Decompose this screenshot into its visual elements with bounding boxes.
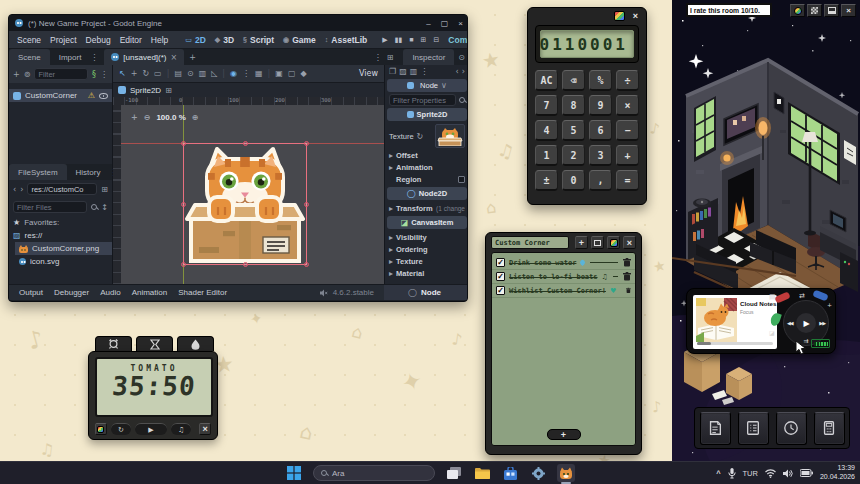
scale-tool-icon[interactable]: ▭	[154, 69, 162, 78]
workspace-3d[interactable]: ◆3D	[215, 35, 234, 45]
calc-btn-0[interactable]: 0	[562, 170, 585, 191]
close-icon[interactable]: ×	[630, 11, 641, 21]
todo-item[interactable]: ✓ Drink some water	[492, 256, 635, 270]
calc-btn-6[interactable]: 6	[589, 120, 612, 141]
scene-tree-node-customcorner[interactable]: CustomCorner ⚠	[9, 89, 112, 102]
calc-btn-multiply[interactable]: ×	[616, 95, 639, 116]
view-menu[interactable]: View	[359, 69, 378, 78]
file-explorer-button[interactable]	[473, 464, 491, 482]
instance-scene-icon[interactable]: ⊚	[24, 70, 31, 79]
tomato-tab[interactable]	[177, 336, 214, 351]
calc-btn-8[interactable]: 8	[562, 95, 585, 116]
visibility-eye-icon[interactable]	[99, 93, 108, 99]
selection-handle[interactable]	[304, 141, 309, 146]
ruler-tool-icon[interactable]: ◺	[211, 69, 217, 78]
clock-app-button[interactable]	[776, 412, 807, 445]
theme-icon[interactable]	[95, 423, 107, 435]
selection-handle[interactable]	[304, 202, 309, 207]
fs-path-input[interactable]	[27, 183, 97, 195]
godot-2d-viewport[interactable]: + ⊖ 100.0 % ⊕	[121, 105, 384, 284]
window-mode-icon[interactable]	[591, 236, 604, 249]
godot-titlebar[interactable]: (*) New Game Project - Godot Engine – ▢ …	[9, 15, 468, 31]
calc-btn-backspace[interactable]: ⌫	[562, 70, 585, 91]
pause-icon[interactable]: ▮▮	[395, 36, 403, 44]
play-icon[interactable]: ▶	[796, 313, 816, 333]
calc-btn-plus[interactable]: +	[616, 145, 639, 166]
add-item-icon[interactable]: +	[575, 236, 588, 249]
node-dock-tab[interactable]: ◯ NodeNode	[384, 284, 468, 300]
tab-import[interactable]: Import	[50, 49, 91, 65]
customcorner-app-button[interactable]	[557, 464, 575, 482]
tray-language[interactable]: TUR	[743, 469, 758, 478]
checkbox-checked[interactable]: ✓	[496, 286, 505, 295]
history-fwd-icon[interactable]: ›	[462, 67, 465, 76]
bottom-tab-shader[interactable]: Shader Editor	[178, 288, 227, 297]
calc-btn-plusminus[interactable]: ±	[535, 170, 558, 191]
close-icon[interactable]: ×	[623, 236, 636, 249]
chip-expand-icon[interactable]: ⊞	[165, 86, 172, 95]
battery-icon[interactable]	[800, 469, 813, 477]
blue-pill-icon[interactable]	[812, 289, 829, 301]
workspace-script[interactable]: §Script	[243, 35, 274, 45]
store-button[interactable]	[501, 464, 519, 482]
calc-btn-divide[interactable]: ÷	[616, 70, 639, 91]
theme-icon[interactable]	[607, 236, 620, 249]
settings-button[interactable]	[529, 464, 547, 482]
selection-handle[interactable]	[243, 262, 248, 267]
calc-btn-ac[interactable]: AC	[535, 70, 558, 91]
calc-btn-3[interactable]: 3	[589, 145, 612, 166]
todo-item[interactable]: ✓ Wishlist Custom Corner! ♥	[492, 284, 635, 298]
move-tool-icon[interactable]: +	[131, 69, 138, 78]
menu-help[interactable]: Help	[151, 35, 168, 45]
todo-app-button[interactable]	[738, 412, 769, 445]
resource-icon[interactable]: ❐	[389, 67, 396, 76]
property-visibility[interactable]: ▸Visibility	[385, 231, 468, 243]
bottom-tab-audio[interactable]: Audio	[100, 288, 120, 297]
fs-sort-icon[interactable]: ↕	[101, 203, 108, 212]
alarm-tab[interactable]	[95, 336, 132, 351]
inspector-history-icon[interactable]: ⊙	[458, 53, 465, 62]
notes-app-button[interactable]	[700, 412, 731, 445]
attach-script-icon[interactable]: §	[92, 70, 96, 79]
calc-btn-percent[interactable]: %	[589, 70, 612, 91]
property-transform[interactable]: ▸ Transform (1 change	[385, 202, 468, 214]
add-node-icon[interactable]: +	[13, 70, 20, 79]
todo-title-input[interactable]	[491, 236, 569, 249]
revert-icon[interactable]: ↻	[417, 132, 424, 141]
stop-icon[interactable]: ■	[409, 36, 413, 43]
selection-box[interactable]	[183, 143, 307, 265]
nav-back-icon[interactable]: ‹	[13, 185, 16, 194]
snap-toggle-icon[interactable]: ◉	[230, 69, 237, 78]
renderer-selector[interactable]: Compatibility	[448, 35, 468, 45]
nav-forward-icon[interactable]: ›	[20, 185, 23, 194]
calculator-titlebar[interactable]: ×	[528, 8, 646, 23]
bottom-tab-debugger[interactable]: Debugger	[54, 288, 89, 297]
add-todo-button[interactable]: +	[547, 429, 581, 440]
property-offset[interactable]: ▸Offset	[385, 149, 468, 161]
trash-icon[interactable]	[623, 272, 631, 281]
todo-item[interactable]: ✓ Listen to lo-fi beats ♫	[492, 270, 635, 284]
tray-chevron-icon[interactable]: ^	[716, 469, 720, 478]
load-icon[interactable]: ▨	[399, 67, 407, 76]
save-icon[interactable]: ▥	[410, 67, 418, 76]
calculator-app-button[interactable]	[814, 412, 845, 445]
fs-filter-input[interactable]	[13, 201, 87, 213]
red-pill-icon[interactable]	[774, 291, 791, 303]
microphone-icon[interactable]	[728, 468, 736, 479]
close-scene-icon[interactable]: ×	[171, 53, 178, 62]
play-icon[interactable]: ▶	[382, 36, 387, 44]
next-icon[interactable]: ▶▶	[819, 320, 825, 326]
checkbox-checked[interactable]: ✓	[496, 258, 505, 267]
tab-history[interactable]: History	[67, 164, 110, 180]
volume-up-icon[interactable]: +	[827, 301, 832, 308]
trash-icon[interactable]	[626, 286, 631, 295]
menu-editor[interactable]: Editor	[120, 35, 142, 45]
tab-scene[interactable]: Scene	[9, 49, 50, 65]
group-node-icon[interactable]: ▢	[288, 69, 296, 78]
fs-file-icon-svg[interactable]: icon.svg	[15, 255, 112, 268]
pan-tool-icon[interactable]: ▥	[199, 69, 207, 78]
calc-btn-7[interactable]: 7	[535, 95, 558, 116]
calc-btn-equals[interactable]: =	[616, 170, 639, 191]
close-icon[interactable]: ×	[458, 19, 463, 28]
reset-button[interactable]: ↻	[111, 423, 131, 435]
